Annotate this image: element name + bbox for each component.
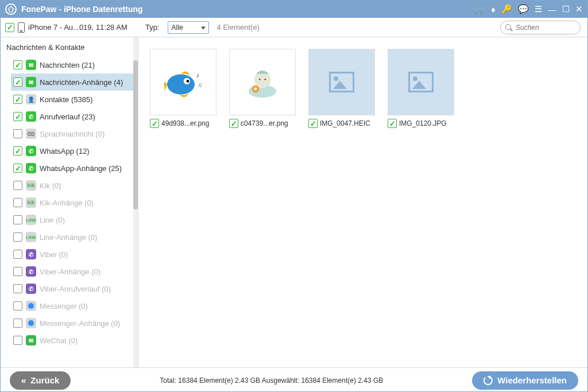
sidebar-item-checkbox[interactable]	[13, 215, 22, 224]
thumbnail-grid: ♪♫49d938...er.pngc04739...er.pngIMG_0047…	[138, 37, 587, 367]
category-icon: ✉	[26, 60, 36, 70]
sidebar-item-checkbox[interactable]	[13, 319, 22, 328]
sidebar-item[interactable]: 👤Kontakte (5385)	[11, 91, 138, 108]
thumbnail-checkbox[interactable]	[308, 119, 318, 128]
restore-button[interactable]: Wiederherstellen	[472, 371, 578, 390]
sidebar-item: ✆Viber (0)	[11, 246, 138, 263]
category-icon: ✆	[26, 266, 36, 277]
thumbnail-filename: IMG_0120.JPG	[399, 119, 447, 127]
back-button[interactable]: « Zurück	[10, 371, 71, 390]
app-title: FonePaw - iPhone Datenrettung	[21, 5, 474, 14]
sidebar-item[interactable]: ✉Nachrichten-Anhänge (4)	[11, 73, 138, 91]
sidebar-item-checkbox[interactable]	[13, 146, 22, 156]
sidebar-item-label: Line (0)	[40, 216, 65, 224]
category-icon: ✆	[26, 163, 36, 173]
sidebar-item-checkbox[interactable]	[13, 77, 22, 87]
sidebar-scrollbar[interactable]	[133, 37, 138, 367]
search-input[interactable]	[516, 24, 567, 32]
menu-icon[interactable]: ☰	[535, 4, 542, 14]
sidebar-item[interactable]: ✆WhatsApp (12)	[11, 142, 138, 160]
svg-point-8	[254, 88, 257, 91]
sidebar-item-checkbox[interactable]	[13, 250, 22, 259]
type-select[interactable]: Alle	[168, 21, 209, 34]
sidebar-item: ✉WeChat (0)	[11, 332, 138, 349]
cart-icon[interactable]: 🛒	[474, 4, 485, 14]
thumbnail-checkbox[interactable]	[229, 119, 238, 128]
thumbnail-checkbox[interactable]	[388, 119, 397, 128]
sidebar-item-label: Kik (0)	[40, 181, 61, 190]
category-icon: ✉	[26, 335, 36, 346]
sidebar-item-checkbox[interactable]	[13, 95, 22, 104]
sidebar-item-label: Nachrichten (21)	[40, 61, 95, 69]
category-icon: 👤	[26, 94, 36, 104]
sidebar-item-checkbox[interactable]	[13, 301, 22, 311]
sidebar-item-checkbox[interactable]	[13, 232, 22, 242]
diamond-icon[interactable]: ♦	[491, 5, 496, 14]
search-icon	[505, 24, 512, 31]
device-cell: iPhone 7 - Au...019, 11:28 AM	[1, 22, 138, 33]
maximize-icon[interactable]: ☐	[562, 4, 570, 14]
key-icon[interactable]: 🔑	[501, 4, 512, 14]
restore-icon	[483, 376, 493, 385]
sidebar-item-checkbox[interactable]	[13, 267, 22, 276]
svg-point-2	[187, 80, 189, 83]
chat-icon[interactable]: 💬	[518, 4, 529, 14]
sidebar-item[interactable]: ✉Nachrichten (21)	[11, 56, 138, 73]
thumbnail[interactable]: ♪♫49d938...er.png	[150, 49, 216, 128]
sidebar-item-checkbox[interactable]	[13, 129, 22, 138]
sidebar-item-label: WhatsApp-Anhänge (25)	[40, 164, 122, 173]
svg-point-0	[167, 74, 195, 94]
minimize-icon[interactable]: —	[548, 5, 556, 14]
svg-text:♫: ♫	[198, 81, 202, 88]
sidebar-item: Messenger (0)	[11, 297, 138, 315]
thumbnail[interactable]: IMG_0120.JPG	[388, 49, 454, 128]
chevron-left-icon: «	[21, 375, 26, 385]
thumbnail[interactable]: IMG_0047.HEIC	[308, 49, 375, 128]
sidebar-item-checkbox[interactable]	[13, 164, 22, 173]
footer-summary: Total: 16384 Element(e) 2.43 GB Ausgewäh…	[80, 377, 463, 385]
type-label: Typ:	[145, 23, 160, 32]
sidebar-item-checkbox[interactable]	[13, 198, 22, 207]
thumbnail-filename: c04739...er.png	[241, 119, 288, 127]
sidebar-item: Sprachnachricht (0)	[11, 125, 138, 142]
close-icon[interactable]: ✕	[575, 4, 583, 14]
thumbnail-image	[229, 49, 296, 115]
sidebar-item-label: Anrufverlauf (23)	[40, 112, 95, 121]
home-icon[interactable]	[5, 3, 17, 15]
sidebar-item-checkbox[interactable]	[13, 284, 22, 293]
sidebar-item-label: Viber-Anrufverlauf (0)	[40, 285, 111, 293]
sidebar-item: kikKik-Anhänge (0)	[11, 194, 138, 211]
sidebar-item-label: Sprachnachricht (0)	[40, 130, 105, 138]
image-placeholder-icon	[408, 72, 434, 92]
sidebar-item-label: Kik-Anhänge (0)	[40, 199, 94, 207]
sidebar-item[interactable]: ✆WhatsApp-Anhänge (25)	[11, 160, 138, 177]
thumbnail-filename: IMG_0047.HEIC	[320, 119, 370, 127]
sidebar-item: ✆Viber-Anhänge (0)	[11, 263, 138, 280]
sidebar-item: kikKik (0)	[11, 177, 138, 194]
thumbnail-checkbox[interactable]	[150, 119, 159, 128]
thumbnail-image	[308, 49, 375, 115]
category-icon: ✆	[26, 146, 36, 156]
device-checkbox[interactable]	[5, 23, 14, 32]
element-count: 4 Element(e)	[217, 23, 260, 32]
category-icon: LINE	[26, 215, 36, 225]
category-icon: kik	[26, 197, 36, 208]
sidebar-item-checkbox[interactable]	[13, 60, 22, 69]
title-bar: FonePaw - iPhone Datenrettung 🛒 ♦ 🔑 💬 ☰ …	[1, 1, 587, 18]
sidebar-item-label: WeChat (0)	[40, 336, 78, 345]
footer: « Zurück Total: 16384 Element(e) 2.43 GB…	[1, 367, 587, 392]
thumbnail[interactable]: c04739...er.png	[229, 49, 296, 128]
sidebar-item-label: Viber (0)	[40, 250, 68, 259]
sidebar-item: ✆Viber-Anrufverlauf (0)	[11, 280, 138, 297]
search-box[interactable]	[500, 21, 581, 34]
category-icon: LINE	[26, 232, 36, 242]
sidebar-item-checkbox[interactable]	[13, 112, 22, 121]
sidebar-item[interactable]: ✆Anrufverlauf (23)	[11, 108, 138, 125]
phone-icon	[18, 22, 25, 33]
sidebar: Nachrichten & Kontakte ✉Nachrichten (21)…	[1, 37, 138, 367]
sidebar-item-label: WhatsApp (12)	[40, 147, 90, 156]
category-icon: ✉	[26, 77, 36, 87]
scroll-thumb[interactable]	[133, 60, 138, 209]
sidebar-item-checkbox[interactable]	[13, 181, 22, 190]
sidebar-item-checkbox[interactable]	[13, 336, 22, 345]
